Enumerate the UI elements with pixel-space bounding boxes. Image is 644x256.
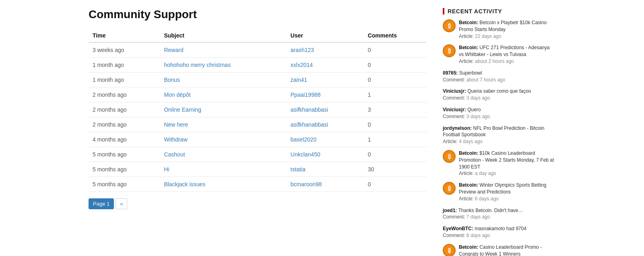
cell-comments: 3 bbox=[364, 102, 427, 117]
cell-time: 1 month ago bbox=[89, 58, 160, 73]
cell-time: 5 months ago bbox=[89, 147, 160, 162]
subject-link[interactable]: Bonus bbox=[164, 77, 180, 83]
cell-time: 2 months ago bbox=[89, 87, 160, 102]
pagination: Page 1 » bbox=[89, 198, 427, 209]
activity-item: Viniciusjr: Quero Comment: 3 days ago bbox=[443, 106, 555, 120]
activity-text: EyeWonBTC: masnakamoto had 9704 Comment:… bbox=[443, 225, 526, 239]
main-content: Community Support Time Subject User Comm… bbox=[89, 8, 427, 256]
cell-time: 3 weeks ago bbox=[89, 42, 160, 58]
col-comments: Comments bbox=[364, 29, 427, 42]
user-link[interactable]: tstatia bbox=[291, 166, 305, 173]
cell-comments: 1 bbox=[364, 87, 427, 102]
cell-subject: Blackjack issues bbox=[160, 177, 286, 192]
activity-text: Betcoin: Casino Leaderboard Promo - Cong… bbox=[459, 244, 555, 256]
table-row: 5 months ago Blackjack issues bcmaroon98… bbox=[89, 177, 427, 192]
subject-link[interactable]: Withdraw bbox=[164, 136, 187, 143]
activity-text: ll9765: Superbowl Comment: about 7 hours… bbox=[443, 70, 505, 83]
table-header-row: Time Subject User Comments bbox=[89, 29, 427, 42]
cell-user: Ppaai19988 bbox=[287, 87, 364, 102]
activity-item: ₿ Betcoin: Winter Olympics Sports Bettin… bbox=[443, 182, 555, 202]
cell-user: xxlx2014 bbox=[287, 58, 364, 73]
cell-subject: Reward bbox=[160, 42, 286, 58]
user-link[interactable]: Unkclan450 bbox=[291, 151, 320, 158]
activity-user: jordynelson: bbox=[443, 125, 472, 131]
activity-type: Article: bbox=[459, 33, 474, 39]
activity-user: EyeWonBTC: bbox=[443, 226, 473, 231]
activity-user: ll9765: bbox=[443, 70, 458, 76]
cell-comments: 0 bbox=[364, 147, 427, 162]
activity-type: Article: bbox=[459, 58, 474, 64]
subject-link[interactable]: New here bbox=[164, 121, 188, 128]
cell-subject: Cashout bbox=[160, 147, 286, 162]
activity-item: joed1: Thanks Betcoin. Didn't have… Comm… bbox=[443, 207, 555, 221]
cell-comments: 0 bbox=[364, 42, 427, 58]
cell-time: 5 months ago bbox=[89, 177, 160, 192]
avatar: ₿ bbox=[443, 244, 456, 256]
next-page-button[interactable]: » bbox=[116, 198, 127, 209]
activity-user: Viniciusjr: bbox=[443, 88, 466, 94]
cell-user: Unkclan450 bbox=[287, 147, 364, 162]
cell-time: 4 months ago bbox=[89, 132, 160, 147]
user-link[interactable]: arash123 bbox=[291, 47, 314, 53]
col-subject: Subject bbox=[160, 29, 286, 42]
user-link[interactable]: basel2020 bbox=[291, 136, 317, 143]
activity-type: Comment: bbox=[443, 95, 465, 101]
cell-subject: Online Earning bbox=[160, 102, 286, 117]
activity-time: 3 days ago bbox=[466, 114, 490, 119]
cell-subject: Bonus bbox=[160, 73, 286, 87]
subject-link[interactable]: Blackjack issues bbox=[164, 181, 205, 187]
activity-time: about 2 hours ago bbox=[475, 58, 514, 64]
activity-user: Betcoin: bbox=[459, 182, 478, 188]
user-link[interactable]: bcmaroon98 bbox=[291, 181, 322, 187]
activity-item: EyeWonBTC: masnakamoto had 9704 Comment:… bbox=[443, 225, 555, 239]
subject-link[interactable]: Mon dépôt bbox=[164, 92, 190, 98]
table-row: 2 months ago Online Earning asifkhanabba… bbox=[89, 102, 427, 117]
cell-comments: 0 bbox=[364, 58, 427, 73]
activity-content: Superbowl bbox=[459, 70, 482, 76]
subject-link[interactable]: Cashout bbox=[164, 151, 185, 158]
activity-user: Betcoin: bbox=[459, 150, 478, 156]
cell-comments: 0 bbox=[364, 117, 427, 132]
table-row: 4 months ago Withdraw basel2020 1 bbox=[89, 132, 427, 147]
subject-link[interactable]: Hi bbox=[164, 166, 169, 173]
table-row: 2 months ago New here asifkhanabbasi 0 bbox=[89, 117, 427, 132]
cell-subject: Withdraw bbox=[160, 132, 286, 147]
cell-subject: Hi bbox=[160, 162, 286, 177]
user-link[interactable]: zain41 bbox=[291, 77, 307, 83]
subject-link[interactable]: hohohoho merry christmas bbox=[164, 62, 231, 68]
cell-comments: 1 bbox=[364, 132, 427, 147]
user-link[interactable]: asifkhanabbasi bbox=[291, 106, 328, 113]
cell-user: zain41 bbox=[287, 73, 364, 87]
activity-user: joed1: bbox=[443, 208, 457, 213]
activity-type: Comment: bbox=[443, 214, 465, 220]
cell-comments: 30 bbox=[364, 162, 427, 177]
activity-time: 6 days ago bbox=[475, 196, 499, 202]
cell-time: 1 month ago bbox=[89, 73, 160, 87]
page-wrapper: Community Support Time Subject User Comm… bbox=[80, 0, 564, 256]
user-link[interactable]: xxlx2014 bbox=[291, 62, 313, 68]
cell-subject: Mon dépôt bbox=[160, 87, 286, 102]
user-link[interactable]: asifkhanabbasi bbox=[291, 121, 328, 128]
cell-user: arash123 bbox=[287, 42, 364, 58]
activity-item: ₿ Betcoin: $10k Casino Leaderboard Promo… bbox=[443, 150, 555, 177]
page-title: Community Support bbox=[89, 8, 427, 21]
user-link[interactable]: Ppaai19988 bbox=[291, 92, 321, 98]
table-row: 2 months ago Mon dépôt Ppaai19988 1 bbox=[89, 87, 427, 102]
activity-content: Queria saber como que façoo bbox=[467, 88, 531, 94]
subject-link[interactable]: Reward bbox=[164, 47, 183, 53]
cell-subject: New here bbox=[160, 117, 286, 132]
cell-comments: 0 bbox=[364, 177, 427, 192]
activity-time: 8 days ago bbox=[466, 233, 490, 238]
subject-link[interactable]: Online Earning bbox=[164, 106, 201, 113]
activity-item: ll9765: Superbowl Comment: about 7 hours… bbox=[443, 70, 555, 83]
cell-user: basel2020 bbox=[287, 132, 364, 147]
activity-item: jordynelson: NFL Pro Bowl Prediction - B… bbox=[443, 125, 555, 145]
activity-user: Betcoin: bbox=[459, 20, 478, 25]
avatar: ₿ bbox=[443, 44, 456, 57]
activity-type: Article: bbox=[459, 196, 474, 202]
activity-text: Betcoin: Betcoin x Playbetr $10k Casino … bbox=[459, 19, 555, 40]
activity-content: masnakamoto had 9704 bbox=[475, 226, 526, 231]
activity-user: Viniciusjr: bbox=[443, 107, 466, 112]
recent-activity-title: RECENT ACTIVITY bbox=[443, 8, 555, 15]
page-1-button[interactable]: Page 1 bbox=[89, 198, 114, 209]
